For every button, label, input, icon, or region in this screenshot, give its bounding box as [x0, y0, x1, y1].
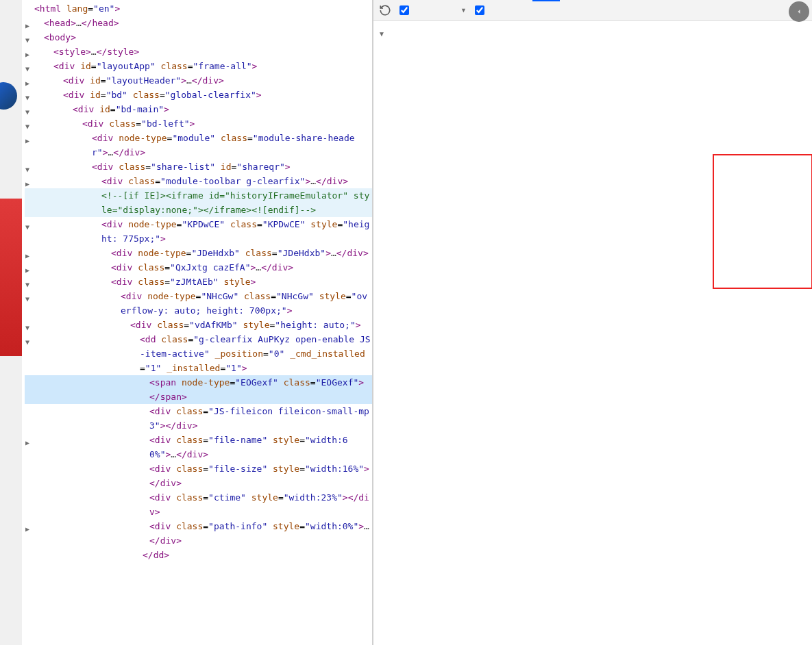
annotation-red-box — [713, 154, 812, 289]
dom-node[interactable]: <html lang="en"> — [25, 1, 372, 16]
elements-dom-tree[interactable]: <html lang="en"> ▶<head>…</head> ▼<body>… — [22, 0, 373, 645]
dom-node[interactable]: ▼<dd class="g-clearfix AuPKyz open-enabl… — [25, 332, 372, 375]
refresh-icon[interactable] — [379, 4, 391, 16]
page-background-strip — [0, 0, 22, 645]
dom-node-selected[interactable]: •••<span node-type="EOGexf" class="EOGex… — [25, 375, 372, 404]
avatar — [0, 82, 17, 110]
dom-node[interactable]: ▶<style>…</style> — [25, 45, 372, 59]
dom-node[interactable]: ▶<div id="layoutHeader">…</div> — [25, 73, 372, 88]
scope-select[interactable]: ▼ — [419, 7, 467, 14]
framework-checkbox[interactable] — [472, 3, 489, 17]
dom-node[interactable]: ▼<div node-type="NHcGw" class="NHcGw" st… — [25, 289, 372, 318]
event-listeners-toolbar: ▼ — [373, 0, 812, 21]
dom-node[interactable]: ▶<div class="module-toolbar g-clearfix">… — [25, 174, 372, 188]
collapse-icon[interactable]: ▼ — [25, 335, 29, 349]
dom-node[interactable]: ▼<div id="bd" class="global-clearfix"> — [25, 88, 372, 102]
dom-node[interactable]: <div class="file-size" style="width:16%"… — [25, 461, 372, 490]
event-listeners-panel: ▼ ▼ — [373, 0, 812, 645]
promo-banner — [0, 199, 22, 356]
ancestors-checkbox[interactable] — [397, 3, 414, 17]
dom-node[interactable]: <div class="JS-fileicon fileicon-small-m… — [25, 404, 372, 433]
dom-node[interactable]: ▼<div class="share-list" id="shareqr"> — [25, 160, 372, 174]
dom-node[interactable]: <div class="ctime" style="width:23%"></d… — [25, 490, 372, 519]
dom-node[interactable]: ▶<div class="QxJxtg cazEfA">…</div> — [25, 260, 372, 275]
dom-node[interactable]: ▼<div class="zJMtAEb" style> — [25, 275, 372, 289]
dom-node[interactable]: ▶<div class="file-name" style="width:60%… — [25, 433, 372, 461]
expand-icon[interactable]: ▶ — [25, 435, 29, 450]
dom-node[interactable]: ▶<div class="path-info" style="width:0%"… — [25, 519, 372, 548]
expand-icon[interactable]: ▶ — [25, 522, 29, 536]
ancestors-checkbox-input[interactable] — [399, 5, 409, 15]
dom-node[interactable]: ▼<body> — [25, 30, 372, 45]
collapse-icon[interactable]: ▼ — [378, 27, 385, 42]
collapse-icon[interactable]: ▼ — [25, 292, 29, 306]
dom-node[interactable]: ▼<div node-type="KPDwCE" class="KPDwCE" … — [25, 217, 372, 246]
dom-node[interactable]: ▶<div node-type="module" class="module-s… — [25, 131, 372, 160]
dom-node[interactable]: ▼<div id="layoutApp" class="frame-all"> — [25, 59, 372, 73]
dom-node[interactable]: <!--[if IE]><iframe id="historyIFrameEmu… — [25, 188, 372, 217]
dom-node[interactable]: ▶<head>…</head> — [25, 16, 372, 30]
dom-node[interactable]: </dd> — [25, 548, 372, 562]
framework-checkbox-input[interactable] — [475, 5, 484, 15]
collapse-icon[interactable]: ▼ — [25, 220, 29, 234]
collapse-panel-button[interactable] — [789, 1, 809, 22]
dom-node[interactable]: ▶<div node-type="JDeHdxb" class="JDeHdxb… — [25, 246, 372, 260]
chevron-down-icon: ▼ — [460, 7, 467, 14]
active-tab-indicator — [532, 0, 560, 1]
expand-icon[interactable]: ▶ — [25, 134, 29, 148]
dom-node[interactable]: ▼<div id="bd-main"> — [25, 102, 372, 116]
dom-node[interactable]: ▼<div class="bd-left"> — [25, 116, 372, 131]
dom-node[interactable]: ▼<div class="vdAfKMb" style="height: aut… — [25, 318, 372, 332]
